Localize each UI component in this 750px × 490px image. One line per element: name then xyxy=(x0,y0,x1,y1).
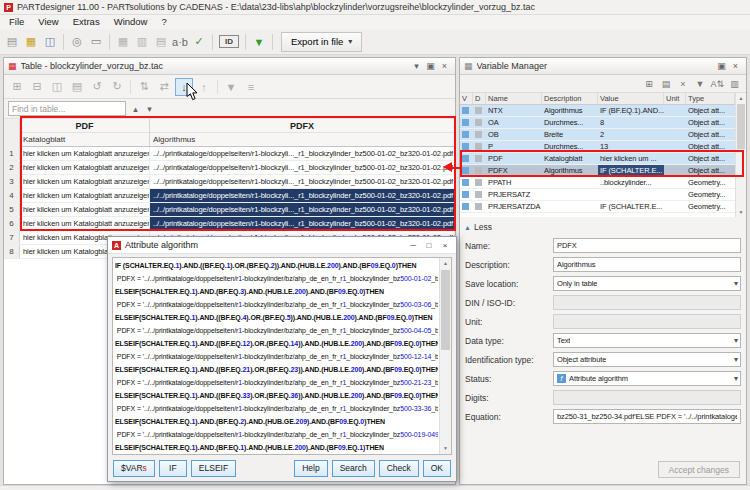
edit-variable-icon[interactable]: ▤ xyxy=(658,76,673,91)
export-in-file-button[interactable]: Export in file ▾ xyxy=(281,32,362,52)
pdfx-cell[interactable]: ../../printkataloge/doppelseiten/r1-bloc… xyxy=(150,175,455,188)
chevron-down-icon[interactable]: ▾ xyxy=(410,60,423,73)
variable-row-ob[interactable]: OBBreite2Object att... xyxy=(460,129,735,141)
row-number[interactable]: 8 xyxy=(4,245,20,258)
title-bar[interactable]: P PARTdesigner 11.00 - PARTsolutions by … xyxy=(0,0,750,15)
variable-row-pdfx[interactable]: PDFXAlgorithmusIF (SCHALTER.E...Object a… xyxy=(460,165,735,177)
find-in-table-input[interactable] xyxy=(8,101,126,116)
row-number[interactable]: 3 xyxy=(4,175,20,188)
chevron-down-icon[interactable]: ▾ xyxy=(734,355,738,364)
variable-row-prjersatzda[interactable]: PRJERSATZDAIF (SCHALTER.E...Geometry... xyxy=(460,201,735,213)
check-icon[interactable]: ✓ xyxy=(190,33,208,51)
ok-button[interactable]: OK xyxy=(423,460,451,477)
less-toggle[interactable]: ▲ Less xyxy=(464,220,742,234)
variable-row-ntx[interactable]: NTXAlgorithmusIF (BF.EQ.1).AND...Object … xyxy=(460,105,735,117)
vm-column-value[interactable]: Value xyxy=(598,93,664,104)
vm-column-unit[interactable]: Unit xyxy=(664,93,686,104)
id-icon[interactable]: ID xyxy=(219,35,239,48)
pdf-cell[interactable]: hier klicken um Katalogblatt anzuzeigen xyxy=(20,175,150,188)
transpose-icon[interactable]: ⇄ xyxy=(155,78,173,96)
if-button[interactable]: IF xyxy=(159,460,187,477)
scrollbar-thumb[interactable] xyxy=(737,104,745,149)
row-number[interactable]: 5 xyxy=(4,203,20,216)
menu-help[interactable]: ? xyxy=(154,15,173,29)
sort-rows-icon[interactable]: ⇅ xyxy=(135,78,153,96)
row-number[interactable]: 7 xyxy=(4,231,20,244)
pdfx-cell[interactable]: ../../printkataloge/doppelseiten/r1-bloc… xyxy=(150,217,455,230)
run-dropdown-icon[interactable]: ▼ xyxy=(250,33,268,51)
float-panel-icon[interactable]: ▣ xyxy=(715,60,728,73)
scroll-up-icon[interactable]: ▲ xyxy=(440,258,451,269)
variable-row-oa[interactable]: OADurchmes...8Object att... xyxy=(460,117,735,129)
row-number[interactable]: 4 xyxy=(4,189,20,202)
float-panel-icon[interactable]: ▣ xyxy=(424,60,437,73)
columns-icon[interactable]: ▥ xyxy=(727,76,742,91)
vm-column-d[interactable]: D xyxy=(473,93,486,104)
menu-extras[interactable]: Extras xyxy=(66,15,107,29)
pdf-cell[interactable]: hier klicken um Katalogblatt anzuzeigen xyxy=(20,189,150,202)
row-number[interactable]: 6 xyxy=(4,217,20,230)
vars-button[interactable]: $VARs xyxy=(113,460,155,477)
description-field[interactable]: Algorithmus xyxy=(553,257,741,272)
scroll-down-icon[interactable]: ▼ xyxy=(440,443,451,454)
variable-row-ppath[interactable]: PPATH..blockzylinder...Geometry... xyxy=(460,177,735,189)
copy-row-icon[interactable]: ◫ xyxy=(48,78,66,96)
vm-column-description[interactable]: Description xyxy=(542,93,598,104)
table-icon[interactable]: ▦ xyxy=(114,33,132,51)
column-header-pdfx[interactable]: PDFX Algorithmus xyxy=(150,119,455,146)
pdfx-cell[interactable]: ../../printkataloge/doppelseiten/r1-bloc… xyxy=(150,147,455,160)
chevron-down-icon[interactable]: ▾ xyxy=(734,336,738,345)
vm-panel-header[interactable]: ▦ Variable Manager ▣× xyxy=(460,58,746,75)
algorithm-code[interactable]: IF (SCHALTER.EQ.1).AND.((BF.EQ.1).OR.(BF… xyxy=(115,259,438,454)
identification-type-select[interactable]: Object attribute▾ xyxy=(553,352,741,367)
minimize-icon[interactable]: ─ xyxy=(406,239,420,252)
filter-icon[interactable]: ▼ xyxy=(692,76,707,91)
save-location-select[interactable]: Only in table▾ xyxy=(553,276,741,291)
row-number[interactable]: 1 xyxy=(4,147,20,160)
delete-row-icon[interactable]: ⊟ xyxy=(28,78,46,96)
delete-variable-icon[interactable]: × xyxy=(675,76,690,91)
new-variable-icon[interactable]: ⊞ xyxy=(641,76,656,91)
redo-icon[interactable]: ↻ xyxy=(108,78,126,96)
variable-row-pdf[interactable]: PDFKatalogblatthier klicken um ...Object… xyxy=(460,153,735,165)
close-icon[interactable]: × xyxy=(729,60,742,73)
close-icon[interactable]: × xyxy=(438,239,452,252)
scrollbar-thumb[interactable] xyxy=(441,270,450,350)
new-file-icon[interactable]: ▤ xyxy=(3,33,21,51)
data-type-select[interactable]: Text▾ xyxy=(553,333,741,348)
row-number[interactable]: 2 xyxy=(4,161,20,174)
accept-changes-button[interactable]: Accept changes xyxy=(658,461,740,478)
variable-row-prjersatz[interactable]: PRJERSATZGeometry... xyxy=(460,189,735,201)
zoom-icon[interactable]: ◎ xyxy=(68,33,86,51)
print-icon[interactable]: ▭ xyxy=(87,33,105,51)
table-settings-icon[interactable]: ≡ xyxy=(242,78,260,96)
chevron-down-icon[interactable]: ▾ xyxy=(734,279,738,288)
maximize-icon[interactable]: □ xyxy=(422,239,436,252)
pdf-cell[interactable]: hier klicken um Katalogblatt anzuzeigen xyxy=(20,217,150,230)
paste-row-icon[interactable]: ▤ xyxy=(68,78,86,96)
columns-icon[interactable]: ▤ xyxy=(152,33,170,51)
sort-az-icon[interactable]: A⇅ xyxy=(709,76,725,91)
variable-row-p[interactable]: PDurchmes...13Object att... xyxy=(460,141,735,153)
editor-scrollbar[interactable]: ▲ ▼ xyxy=(439,258,451,454)
algorithm-editor[interactable]: IF (SCHALTER.EQ.1).AND.((BF.EQ.1).OR.(BF… xyxy=(112,257,452,455)
close-icon[interactable]: × xyxy=(438,60,451,73)
scroll-down-icon[interactable]: ▼ xyxy=(736,207,746,217)
vm-scrollbar[interactable]: ▲ ▼ xyxy=(735,93,746,217)
table-panel-header[interactable]: ▦ Table - blockzylinder_vorzug_bz.tac ▾▣… xyxy=(4,58,455,75)
help-button[interactable]: Help xyxy=(294,460,327,477)
name-field[interactable]: PDFX xyxy=(553,238,741,253)
vm-column-v[interactable]: V xyxy=(460,93,473,104)
menu-view[interactable]: View xyxy=(31,15,65,29)
add-row-icon[interactable]: ⊞ xyxy=(8,78,26,96)
dialog-title-bar[interactable]: A Attribute algorithm ─□× xyxy=(108,237,456,254)
menu-file[interactable]: File xyxy=(2,15,31,29)
grid-view-icon[interactable]: ▥ xyxy=(133,33,151,51)
save-icon[interactable]: ◫ xyxy=(41,33,59,51)
compare-ab-icon[interactable]: a·b xyxy=(171,33,189,51)
pdf-cell[interactable]: hier klicken um Katalogblatt anzuzeigen xyxy=(20,161,150,174)
pdfx-cell[interactable]: ../../printkataloge/doppelseiten/r1-bloc… xyxy=(150,161,455,174)
undo-icon[interactable]: ↺ xyxy=(88,78,106,96)
vm-column-name[interactable]: Name xyxy=(486,93,542,104)
find-previous-icon[interactable]: ▴ xyxy=(129,102,142,115)
